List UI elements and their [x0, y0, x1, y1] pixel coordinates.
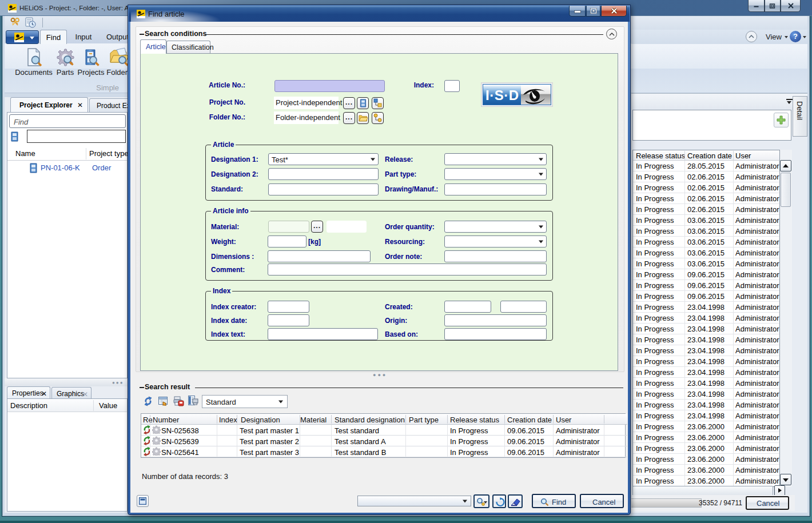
svg-text:I·S·D: I·S·D	[485, 87, 519, 103]
